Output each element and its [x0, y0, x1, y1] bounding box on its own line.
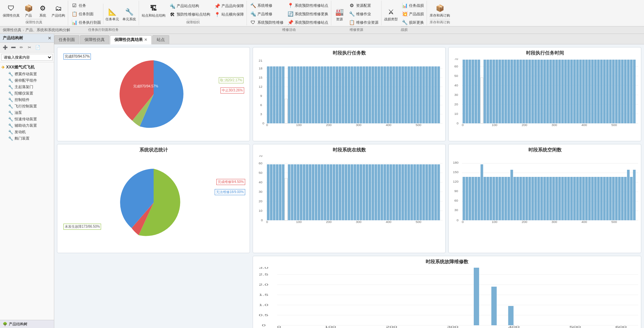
btn-repair-work[interactable]: 🔧 维修作业: [347, 10, 380, 18]
btn-sys-prevent-station2[interactable]: 📌 系统预防性维修站点: [286, 18, 330, 26]
svg-text:60: 60: [454, 64, 458, 68]
toolbar-group-battle-label: 战损: [401, 26, 408, 32]
svg-rect-34: [324, 66, 327, 123]
svg-rect-276: [537, 177, 540, 220]
svg-rect-203: [357, 164, 359, 220]
sidebar-tool-remove[interactable]: ➖: [9, 44, 17, 51]
btn-resource-config[interactable]: ⚙ 资源配置: [347, 1, 380, 9]
btn-task-battle[interactable]: 📊 任务战损: [400, 1, 425, 9]
svg-rect-132: [576, 60, 579, 123]
btn-sys-prevent-repair[interactable]: 🛡 系统预防性维修: [248, 18, 285, 26]
tree-item-1[interactable]: 🔧 襟翼作动装置: [0, 71, 54, 77]
btn-sys-prevent-replace[interactable]: 🔄 系统预防性维修更换: [286, 10, 330, 18]
btn-station-view-protect[interactable]: 📍 站点横向保障: [212, 11, 245, 19]
sidebar-tool-add[interactable]: ➕: [1, 44, 9, 51]
svg-rect-29: [309, 66, 311, 123]
svg-rect-58: [395, 66, 398, 123]
svg-text:300: 300: [356, 220, 362, 223]
svg-text:30: 30: [454, 93, 458, 96]
btn-inventory[interactable]: 📦 库存和再订购: [428, 2, 451, 18]
svg-rect-142: [606, 60, 609, 123]
spr-icon: 🛡: [250, 19, 256, 26]
svg-text:9: 9: [260, 94, 262, 97]
btn-task-unit[interactable]: 📐 任务单元: [104, 6, 120, 22]
tree-item-8[interactable]: 🔧 恒速传动装置: [0, 116, 54, 122]
svg-text:200: 200: [522, 220, 527, 223]
toolbar-group-main: 🛡 保障性仿真 📦 产品 ⚙ 系统 🗂 产品结构 保障性仿真: [0, 1, 68, 25]
sidebar-search-select[interactable]: 请输入搜索内容: [1, 54, 53, 61]
svg-text:1.5: 1.5: [259, 293, 269, 296]
btn-product-structure[interactable]: 🗂 产品结构: [50, 2, 66, 18]
tree-item-root[interactable]: ✈ XXX燃气式飞机: [0, 64, 54, 71]
btn-product[interactable]: 📦 产品: [22, 2, 35, 18]
tab-protect-sim[interactable]: 保障性仿真: [80, 35, 109, 44]
btn-task[interactable]: ☑ 任务: [70, 1, 102, 9]
btn-system[interactable]: ⚙ 系统: [36, 2, 50, 18]
tree-item-4[interactable]: 🔧 陀螺仪装置: [0, 90, 54, 97]
sidebar-close-btn[interactable]: ✕: [48, 36, 51, 41]
pss-icon: 🔩: [169, 3, 176, 9]
btn-unit-system[interactable]: 🔧 单元系统: [121, 6, 137, 22]
btn-prevent-maintain-station[interactable]: 🛠 预防性维修站点结构: [168, 11, 212, 19]
btn-damage-repair[interactable]: 🔧 损坏更换: [400, 18, 425, 26]
svg-text:0: 0: [262, 121, 265, 125]
tree-item-6[interactable]: 🔧 飞行控制装置: [0, 103, 54, 109]
svg-rect-287: [570, 177, 573, 220]
svg-rect-150: [630, 60, 633, 123]
btn-product-station-structure[interactable]: 🔩 产品站点结构: [168, 2, 212, 10]
tree-label-4: 陀螺仪装置: [15, 91, 33, 96]
btn-product-damage[interactable]: 💥 产品战损: [400, 10, 425, 18]
battle-type-label: 战损类型: [384, 17, 398, 21]
svg-rect-179: [285, 178, 288, 221]
svg-rect-211: [380, 164, 383, 220]
toolbar-group-inventory: 📦 库存和再订购 库存和再订购: [427, 1, 453, 25]
btn-repair-work-resource[interactable]: 📋 维修作业资源: [347, 18, 380, 26]
tree-item-11[interactable]: 🔧 舱门装置: [0, 135, 54, 142]
tab-sim-result-close[interactable]: ✕: [144, 38, 147, 42]
svg-text:70: 70: [259, 155, 262, 158]
sidebar-tool-copy[interactable]: 📄: [34, 44, 41, 51]
tree-item-7[interactable]: 🔧 油泵: [0, 109, 54, 116]
svg-rect-35: [327, 66, 329, 123]
btn-product-direction-protect[interactable]: 📌 产品品向保障: [212, 2, 245, 10]
tab-station[interactable]: 站点: [152, 35, 169, 44]
tab-task-panel[interactable]: 任务剖面: [54, 35, 79, 44]
btn-task-exec-panel[interactable]: 📊 任务执行剖面: [70, 18, 102, 26]
svg-rect-37: [333, 66, 335, 123]
tree-item-10[interactable]: 🔧 发动机: [0, 129, 54, 135]
tb-label: 任务战损: [409, 3, 424, 8]
chart-system-online-area: 0 10 20 30 40 50 60 70: [256, 155, 443, 250]
btn-station-structure[interactable]: 🏗 站点和站点结构: [140, 2, 167, 18]
chart-system-fault-svg: 0 0.5 1.0 1.5 2.0 2.5 3.0: [256, 267, 638, 328]
btn-product-repair[interactable]: 🔩 产品维修: [248, 10, 285, 18]
toolbar-group-tasks-label: 任务执行剖面和任务: [88, 26, 119, 32]
svg-text:18: 18: [259, 66, 262, 70]
svg-rect-227: [428, 164, 431, 220]
btn-product-label: 产品: [25, 14, 32, 18]
btn-battle-type[interactable]: ⚔ 战损类型: [383, 6, 399, 22]
btn-sys-repair[interactable]: 🔨 系统维修: [248, 1, 285, 9]
svg-rect-173: [267, 164, 270, 220]
sidebar-tool-edit[interactable]: ✏: [18, 44, 25, 51]
tab-sim-result[interactable]: 保障性仿真结果 ✕: [110, 35, 152, 44]
svg-rect-265: [504, 177, 507, 220]
btn-resources[interactable]: 🏭 资源: [333, 6, 346, 22]
svg-rect-46: [359, 66, 362, 123]
tree-item-9[interactable]: 🔧 辅助动力装置: [0, 122, 54, 129]
svg-rect-186: [306, 164, 309, 220]
svg-rect-213: [387, 164, 389, 220]
svg-rect-330: [508, 306, 513, 325]
sidebar-tool-cut[interactable]: ✂: [26, 44, 33, 51]
tree-item-3[interactable]: 🔧 主起落架门: [0, 84, 54, 90]
btn-task-panel[interactable]: 📋 任务剖面: [70, 10, 102, 18]
svg-rect-258: [484, 177, 486, 220]
svg-rect-121: [543, 60, 546, 123]
sidebar-footer[interactable]: 🌳 产品结构树: [0, 320, 54, 328]
tree-item-5[interactable]: 🔧 控制组件: [0, 97, 54, 103]
btn-sys-prevent-station[interactable]: 📍 系统预防性维修站点: [286, 1, 330, 9]
tree-item-2[interactable]: 🔧 俯仰配平组件: [0, 77, 54, 84]
tb-icon: 📊: [401, 2, 408, 9]
svg-rect-229: [434, 164, 437, 220]
spr2-label: 系统预防性维修更换: [295, 12, 328, 17]
btn-protect-sim[interactable]: 🛡 保障性仿真: [1, 2, 21, 18]
